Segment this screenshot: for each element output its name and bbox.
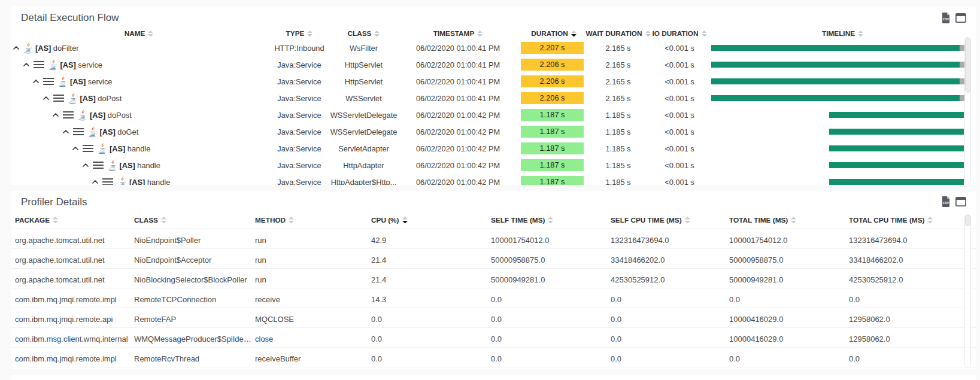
flow-cell-type: Java:Service [266, 174, 332, 185]
column-label: METHOD [255, 216, 286, 224]
sort-icon [53, 217, 58, 223]
profiler-scrollbar-thumb[interactable] [965, 215, 970, 226]
node-method: service [86, 77, 112, 86]
row-menu-icon[interactable] [102, 178, 113, 185]
profiler-cell-self_time: 0.0 [491, 288, 608, 308]
flow-row[interactable]: [AS] doGetJava:ServiceWSServletDelegate0… [11, 123, 976, 140]
row-menu-icon[interactable] [43, 78, 54, 85]
profiler-cell-method: run [255, 249, 369, 268]
flow-cell-type: Java:Service [266, 157, 332, 174]
profiler-row[interactable]: com.ibm.mq.jmqi.remote.implRemoteTCPConn… [11, 288, 976, 308]
profiler-column-header-self_cpu[interactable]: SELF CPU TIME (MS) [611, 211, 727, 229]
next-panel-sliver [11, 375, 976, 380]
flow-table-header: NAMETYPECLASSTIMESTAMPDURATIONWAIT DURAT… [11, 28, 976, 39]
flow-row[interactable]: [AS] serviceJava:ServiceHttpServlet06/02… [11, 56, 976, 73]
flow-cell-name: [AS] handle [11, 157, 266, 174]
svg-text:CSV: CSV [943, 201, 949, 205]
java-icon [108, 160, 117, 171]
flow-row[interactable]: [AS] doPostJava:ServiceWSServletDelegate… [11, 107, 976, 123]
flow-cell-name: [AS] service [11, 56, 266, 73]
profiler-cell-class: NioEndpoint$Poller [134, 229, 253, 248]
collapse-caret-icon[interactable] [72, 145, 78, 151]
flow-cell-class: WSServletDelegate [332, 123, 395, 140]
sort-icon [161, 217, 166, 223]
flow-row[interactable]: [AS] handleJava:ServiceServletAdapter06/… [11, 140, 976, 157]
profiler-cell-self_time: 0.0 [491, 328, 608, 347]
flow-cell-io-duration: <0.001 s [650, 39, 709, 56]
profiler-row[interactable]: org.apache.tomcat.util.netNioBlockingSel… [11, 269, 976, 288]
flow-cell-timestamp: 06/02/2020 01:00:41 PM [395, 39, 521, 56]
flow-node-label: [AS] doPost [80, 94, 122, 103]
column-label: CLASS [134, 216, 158, 224]
row-menu-icon[interactable] [34, 61, 44, 68]
row-menu-icon[interactable] [63, 111, 74, 118]
profiler-cell-self_cpu: 42530525912.0 [611, 269, 727, 288]
profiler-row[interactable]: com.ibm.mq.jmqi.remote.apiRemoteFAPMQCLO… [11, 308, 976, 328]
profiler-column-header-method[interactable]: METHOD [255, 211, 369, 229]
profiler-row[interactable]: org.apache.tomcat.util.netNioEndpoint$Po… [11, 229, 976, 249]
flow-column-header-class[interactable]: CLASS [332, 28, 395, 39]
flow-column-header-type[interactable]: TYPE [266, 28, 332, 39]
flow-column-header-ts[interactable]: TIMESTAMP [395, 28, 521, 39]
profiler-cell-method: run [255, 269, 369, 288]
collapse-caret-icon[interactable] [13, 45, 19, 51]
profiler-cell-package: org.apache.tomcat.util.net [15, 249, 132, 268]
collapse-caret-icon[interactable] [53, 112, 59, 118]
flow-column-header-name[interactable]: NAME [11, 28, 266, 39]
collapse-caret-icon[interactable] [92, 179, 98, 185]
collapse-caret-icon[interactable] [33, 78, 39, 84]
flow-scrollbar-track[interactable] [964, 37, 971, 184]
flow-column-header-dur[interactable]: DURATION [521, 28, 587, 39]
collapse-caret-icon[interactable] [23, 62, 29, 68]
flow-row[interactable]: [AS] doFilterHTTP:InboundWsFilter06/02/2… [11, 39, 976, 56]
sort-icon [685, 217, 690, 223]
node-method: doPost [96, 94, 122, 103]
row-menu-icon[interactable] [53, 95, 64, 102]
row-menu-icon[interactable] [73, 128, 84, 135]
row-menu-icon[interactable] [83, 145, 93, 152]
flow-cell-wait-duration: 1.185 s [587, 107, 650, 123]
timeline-bar [829, 162, 964, 168]
export-csv-button[interactable]: CSV [940, 196, 951, 207]
timeline-bar-cap [960, 62, 964, 68]
flow-row[interactable]: [AS] handleJava:ServiceHttpAdapter06/02/… [11, 157, 976, 174]
profiler-column-header-package[interactable]: PACKAGE [15, 211, 132, 229]
flow-row[interactable]: [AS] serviceJava:ServiceHttpServlet06/02… [11, 73, 976, 90]
profiler-scrollbar-track[interactable] [964, 214, 971, 368]
profiler-cell-self_time: 50000949281.0 [491, 269, 608, 288]
export-csv-button[interactable]: CSV [940, 13, 951, 23]
collapse-caret-icon[interactable] [63, 129, 69, 135]
profiler-column-header-class[interactable]: CLASS [134, 211, 253, 229]
collapse-caret-icon[interactable] [43, 95, 49, 101]
flow-column-header-tl[interactable]: TIMELINE [709, 28, 976, 39]
flow-scrollbar-thumb[interactable] [965, 38, 970, 93]
column-label: TIMESTAMP [433, 29, 475, 38]
row-menu-icon[interactable] [93, 162, 104, 169]
profiler-cell-method: receive [255, 288, 369, 308]
profiler-cell-method: close [255, 328, 369, 347]
profiler-column-header-total_time[interactable]: TOTAL TIME (MS) [729, 211, 846, 229]
open-window-button[interactable] [955, 196, 966, 207]
profiler-column-header-total_cpu[interactable]: TOTAL CPU TIME (MS) [849, 211, 969, 229]
flow-row[interactable]: [AS] doPostJava:ServiceWSServlet06/02/20… [11, 90, 976, 107]
profiler-cell-self_cpu: 0.0 [611, 328, 727, 347]
profiler-column-header-cpu[interactable]: CPU (%) [371, 211, 489, 229]
flow-column-header-wait[interactable]: WAIT DURATION [587, 28, 650, 39]
flow-row[interactable]: [AS] handleJava:ServiceHttpAdapter$Http.… [11, 174, 976, 185]
node-prefix: [AS] [70, 77, 86, 86]
open-window-button[interactable] [955, 13, 966, 23]
flow-cell-class: WSServletDelegate [332, 107, 395, 123]
profiler-column-header-self_time[interactable]: SELF TIME (MS) [491, 211, 608, 229]
sort-desc-icon [402, 217, 408, 223]
profiler-row[interactable]: org.apache.tomcat.util.netNioEndpoint$Ac… [11, 249, 976, 269]
profiler-row[interactable]: com.ibm.mq.jmqi.remote.implRemoteRcvThre… [11, 348, 976, 367]
flow-cell-duration: 2.206 s [521, 56, 587, 73]
profiler-row[interactable]: com.ibm.msg.client.wmq.internalWMQMessag… [11, 328, 976, 348]
flow-column-header-io[interactable]: IO DURATION [650, 28, 709, 39]
flow-cell-type: Java:Service [266, 90, 332, 107]
sort-icon [858, 31, 863, 37]
flow-cell-timestamp: 06/02/2020 01:00:42 PM [395, 157, 521, 174]
profiler-cell-cpu: 42.9 [371, 229, 489, 248]
node-prefix: [AS] [100, 127, 116, 136]
collapse-caret-icon[interactable] [83, 162, 89, 168]
